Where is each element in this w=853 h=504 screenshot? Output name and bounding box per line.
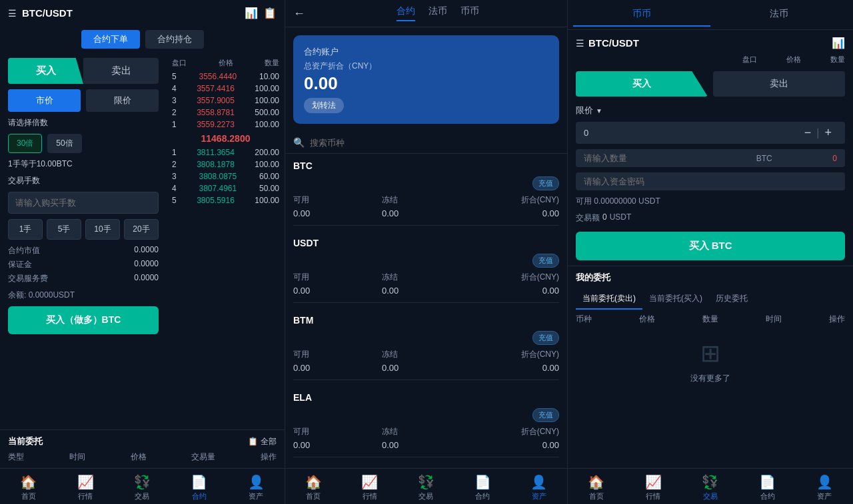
p3-trade-amount-label: 交易额 [576, 212, 600, 224]
p2-tab-fiat[interactable]: 法币 [428, 5, 447, 21]
p3-tab-spot[interactable]: 币币 [573, 3, 710, 27]
leverage-30[interactable]: 30倍 [8, 134, 42, 153]
search-input[interactable] [310, 138, 559, 148]
fee-label: 交易服务费 [8, 273, 48, 284]
qty-input[interactable] [8, 192, 159, 214]
chart-icon[interactable]: 📊 [245, 7, 258, 19]
p3-num-input[interactable] [584, 153, 696, 163]
p3-empty-text: 没有更多了 [690, 373, 730, 384]
order-book: 盘口 价格 数量 5 3556.4440 10.00 4 3557.4416 1… [167, 53, 285, 429]
p2-nav-home[interactable]: 🏠 首页 [305, 474, 322, 501]
p3-sell-button[interactable]: 卖出 [713, 71, 845, 97]
usdt-amounts: 0.00 0.00 0.00 [293, 284, 559, 297]
p3-tab-fiat[interactable]: 法币 [710, 3, 848, 27]
btm-cny: 0.00 [470, 363, 559, 373]
ela-available-label: 可用 [293, 426, 382, 437]
buy-action-btn[interactable]: 买入（做多）BTC [8, 306, 159, 334]
back-button[interactable]: ← [293, 7, 305, 21]
trade-area: 买入 卖出 市价 限价 请选择倍数 30倍 50倍 1手等于10.00BTC 交… [0, 53, 167, 429]
p3-hamburger-icon[interactable]: ☰ [576, 38, 584, 49]
p2-nav-market[interactable]: 📈 行情 [361, 474, 378, 501]
divider-btm [293, 379, 559, 380]
btc-recharge-btn[interactable]: 充值 [532, 176, 559, 190]
ob-ask-4-price: 3557.4416 [197, 84, 235, 93]
p3-assets-icon: 👤 [816, 474, 833, 490]
ela-frozen: 0.00 [382, 440, 470, 450]
ela-recharge-btn[interactable]: 充值 [532, 408, 559, 422]
p3-available: 可用 0.00000000 USDT [568, 193, 853, 210]
transfer-button[interactable]: 划转法 [304, 98, 344, 113]
p2-tab-spot[interactable]: 币币 [460, 5, 479, 21]
p3-nav-home[interactable]: 🏠 首页 [588, 474, 604, 501]
p3-empty-icon: ⊞ [700, 340, 720, 368]
tab-order[interactable]: 合约下单 [81, 30, 140, 49]
nav-contract[interactable]: 📄 合约 [191, 474, 207, 501]
all-orders-link[interactable]: 📋 全部 [248, 436, 277, 447]
contract-icon: 📄 [191, 474, 207, 490]
btm-frozen: 0.00 [382, 363, 470, 373]
ob-bid-2-level: 2 [172, 160, 177, 169]
p3-nav-market[interactable]: 📈 行情 [645, 474, 662, 501]
p3-nav-trade[interactable]: 💱 交易 [702, 474, 718, 501]
p3-market-icon: 📈 [645, 474, 662, 490]
market-price-btn[interactable]: 市价 [8, 89, 81, 112]
nav-trade[interactable]: 💱 交易 [134, 474, 151, 501]
btm-name: BTM [293, 308, 559, 328]
p3-nav-assets[interactable]: 👤 资产 [816, 474, 833, 501]
tab-position[interactable]: 合约持仓 [145, 30, 204, 49]
p3-col-price: 价格 [768, 55, 801, 65]
p3-buy-button[interactable]: 买入 [576, 71, 708, 97]
balance-value: 0.0000USDT [29, 290, 75, 300]
p3-qty-input[interactable] [584, 128, 799, 138]
btc-available-label: 可用 [293, 194, 382, 206]
p3-password-input[interactable] [584, 176, 837, 186]
p3-order-tab-sell[interactable]: 当前委托(卖出) [576, 289, 642, 310]
current-order-header: 当前委托 📋 全部 [8, 435, 277, 447]
ob-ask-3-qty: 100.00 [255, 96, 279, 105]
p3-action-btn[interactable]: 买入 BTC [576, 232, 845, 260]
ob-bid-4: 4 3807.4961 50.00 [171, 182, 281, 194]
panel1-nav-bar: 🏠 首页 📈 行情 💱 交易 📄 合约 👤 资产 [0, 468, 285, 504]
p3-order-tabs: 当前委托(卖出) 当前委托(买入) 历史委托 [576, 289, 845, 310]
ob-ask-1-level: 1 [172, 120, 177, 129]
clipboard-icon[interactable]: 📋 [263, 7, 277, 19]
p3-minus-btn[interactable]: − [799, 126, 817, 140]
p3-nav-contract[interactable]: 📄 合约 [759, 474, 776, 501]
ob-bid-1-price: 3811.3654 [197, 148, 235, 157]
qty-5[interactable]: 5手 [47, 219, 81, 240]
nav-market[interactable]: 📈 行情 [77, 474, 94, 501]
buy-button[interactable]: 买入 [8, 58, 83, 84]
p2-tab-contract[interactable]: 合约 [397, 5, 415, 21]
p3-num-red: 0 [832, 154, 837, 163]
p2-nav-contract[interactable]: 📄 合约 [474, 474, 491, 501]
p3-chart-icon[interactable]: 📊 [832, 37, 845, 49]
panel3-header: 币币 法币 [568, 0, 853, 30]
nav-home-label: 首页 [21, 491, 36, 501]
btc-available: 0.00 [293, 208, 382, 218]
ob-header: 盘口 价格 数量 [171, 58, 281, 68]
p3-order-tab-history[interactable]: 历史委托 [709, 289, 754, 310]
sell-button[interactable]: 卖出 [83, 58, 159, 84]
p3-order-tab-buy[interactable]: 当前委托(买入) [642, 289, 709, 310]
p3-nav-assets-label: 资产 [817, 491, 832, 501]
limit-price-btn[interactable]: 限价 [86, 89, 159, 112]
divider-ela [293, 457, 559, 457]
p3-plus-btn[interactable]: + [819, 126, 837, 140]
nav-contract-label: 合约 [192, 491, 207, 501]
p2-nav-trade[interactable]: 💱 交易 [418, 474, 434, 501]
ob-bid-4-qty: 50.00 [259, 184, 279, 193]
btm-recharge-btn[interactable]: 充值 [532, 331, 559, 345]
leverage-50[interactable]: 50倍 [47, 134, 81, 153]
p2-nav-assets[interactable]: 👤 资产 [530, 474, 547, 501]
qty-1[interactable]: 1手 [8, 219, 43, 240]
qty-10[interactable]: 10手 [85, 219, 120, 240]
ob-col-disk: 盘口 [172, 58, 187, 68]
qty-20[interactable]: 20手 [124, 219, 159, 240]
nav-assets[interactable]: 👤 资产 [248, 474, 265, 501]
usdt-recharge-btn[interactable]: 充值 [532, 254, 559, 268]
col-price: 价格 [131, 451, 147, 463]
coin-btc: BTC 充值 可用 冻结 折合(CNY) 0.00 0.00 0.00 [285, 154, 567, 226]
hamburger-icon[interactable]: ☰ [8, 8, 17, 19]
p3-col-coin: 币种 [576, 314, 592, 325]
nav-home[interactable]: 🏠 首页 [20, 474, 37, 501]
